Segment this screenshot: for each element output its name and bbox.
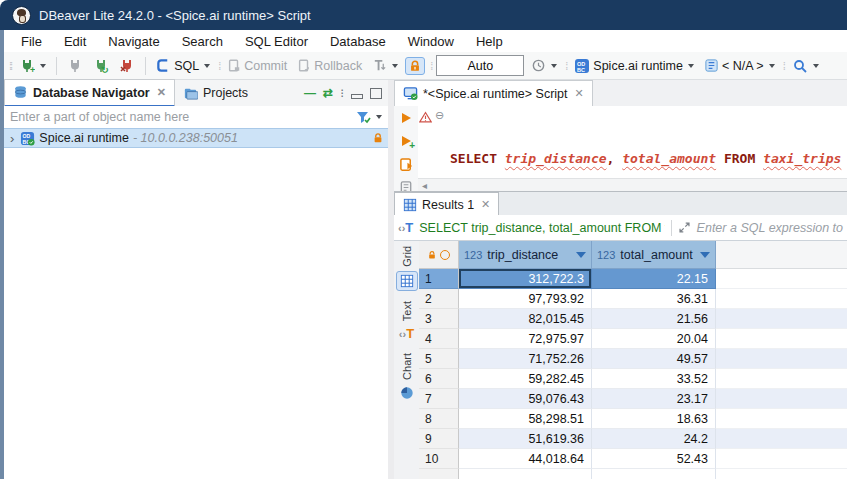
grid-cell[interactable]: 36.31 [592, 289, 716, 309]
presentation-label-text[interactable]: Text [401, 301, 413, 321]
table-row[interactable]: 951,619.3624.2 [419, 429, 847, 449]
data-grid[interactable]: 123trip_distance123total_amount 1312,722… [419, 241, 847, 479]
row-number-cell[interactable]: 8 [419, 409, 459, 429]
sort-filter-icon[interactable] [576, 252, 586, 258]
presentation-label-chart[interactable]: Chart [401, 353, 413, 380]
table-row[interactable]: 659,282.4533.52 [419, 369, 847, 389]
text-presentation-icon[interactable]: ‹›T [397, 325, 417, 343]
filter-input-placeholder[interactable]: Enter a SQL expression to [697, 221, 843, 235]
presentation-label-grid[interactable]: Grid [401, 246, 413, 267]
grid-cell[interactable]: 23.17 [592, 389, 716, 409]
row-number-cell[interactable]: 10 [419, 449, 459, 469]
commit-mode-combo[interactable]: Auto [436, 55, 524, 76]
grid-cell[interactable]: 59,282.45 [459, 369, 592, 389]
grid-cell[interactable]: 71,752.26 [459, 349, 592, 369]
grid-cell[interactable]: 49.57 [592, 349, 716, 369]
row-number-cell[interactable]: 4 [419, 329, 459, 349]
sql-line-1[interactable]: SELECT trip_distance, total_amount FROM … [447, 148, 847, 169]
table-row[interactable]: 759,076.4323.17 [419, 389, 847, 409]
expand-panel-icon[interactable] [678, 221, 691, 234]
grid-cell[interactable]: 59,076.43 [459, 389, 592, 409]
column-header-total_amount[interactable]: 123total_amount [592, 241, 716, 269]
menu-sql-editor[interactable]: SQL Editor [234, 32, 319, 51]
grid-cell[interactable]: 22.15 [592, 269, 716, 289]
commit-button[interactable]: Commit [224, 56, 290, 75]
chevron-right-icon[interactable]: › [10, 131, 14, 146]
grid-presentation-icon[interactable] [396, 271, 418, 291]
table-row[interactable]: 472,975.9720.04 [419, 329, 847, 349]
menu-navigate[interactable]: Navigate [97, 32, 170, 51]
tab-results-1[interactable]: Results 1 ✕ [394, 192, 499, 216]
new-connection-button[interactable]: + [16, 56, 49, 76]
disconnect-button[interactable] [116, 56, 138, 76]
scroll-left-icon[interactable]: ◂ [422, 180, 427, 191]
object-filter-input[interactable] [4, 110, 355, 124]
link-with-editor-icon[interactable]: ⇄ [323, 86, 333, 100]
grid-cell[interactable]: 312,722.3 [459, 269, 592, 289]
grid-cell[interactable]: 21.56 [592, 309, 716, 329]
grid-cell[interactable]: 97,793.92 [459, 289, 592, 309]
transaction-log-button[interactable] [528, 56, 560, 75]
row-number-cell[interactable]: 1 [419, 269, 459, 289]
table-row[interactable]: 858,298.5118.63 [419, 409, 847, 429]
table-row[interactable]: 382,015.4521.56 [419, 309, 847, 329]
editor-horizontal-scrollbar[interactable]: ◂ [418, 178, 847, 191]
row-number-cell[interactable]: 9 [419, 429, 459, 449]
connection-tree-item[interactable]: › ODBC Spice.ai runtime - 10.0.0.238:500… [4, 128, 388, 148]
menu-edit[interactable]: Edit [53, 32, 97, 51]
rollback-button[interactable]: Rollback [294, 56, 365, 75]
reconnect-button[interactable]: ↻ [90, 56, 112, 76]
grid-cell[interactable]: 58,298.51 [459, 409, 592, 429]
grid-cell[interactable]: 24.2 [592, 429, 716, 449]
menu-help[interactable]: Help [465, 32, 514, 51]
connect-button[interactable] [64, 56, 86, 76]
transaction-mode-button[interactable] [369, 56, 401, 75]
active-catalog-selector[interactable]: < N/A > [701, 56, 778, 75]
menu-search[interactable]: Search [171, 32, 234, 51]
chart-presentation-icon[interactable] [397, 384, 417, 402]
view-menu-icon[interactable]: ⁝ [340, 86, 344, 100]
menu-window[interactable]: Window [397, 32, 465, 51]
row-number-cell[interactable]: 7 [419, 389, 459, 409]
grid-cell[interactable]: 33.52 [592, 369, 716, 389]
menu-file[interactable]: File [10, 32, 53, 51]
menu-database[interactable]: Database [319, 32, 397, 51]
table-row[interactable]: 571,752.2649.57 [419, 349, 847, 369]
execute-script-button[interactable] [398, 156, 414, 172]
results-filter-bar[interactable]: ‹›T SELECT trip_distance, total_amount F… [394, 215, 847, 241]
collapse-all-icon[interactable]: — [304, 86, 316, 100]
minimize-view-icon[interactable] [351, 94, 363, 99]
filter-funnel-icon[interactable] [355, 109, 372, 125]
sql-editor-button[interactable]: SQL [153, 56, 213, 75]
column-header-trip_distance[interactable]: 123trip_distance [459, 241, 592, 269]
tab-sql-script[interactable]: *<Spice.ai runtime> Script ✕ [394, 80, 593, 106]
row-number-cell[interactable]: 5 [419, 349, 459, 369]
search-button[interactable] [789, 56, 822, 76]
grid-cell[interactable]: 20.04 [592, 329, 716, 349]
grid-cell[interactable]: 44,018.64 [459, 449, 592, 469]
close-icon[interactable]: ✕ [481, 198, 490, 211]
table-row[interactable]: 297,793.9236.31 [419, 289, 847, 309]
active-connection-selector[interactable]: ODBC Spice.ai runtime [571, 56, 697, 76]
row-number-cell[interactable]: 3 [419, 309, 459, 329]
table-row[interactable]: 1044,018.6452.43 [419, 449, 847, 469]
grid-cell[interactable]: 82,015.45 [459, 309, 592, 329]
grid-cell[interactable]: 52.43 [592, 449, 716, 469]
sql-code[interactable]: SELECT trip_distance, total_amount FROM … [447, 106, 847, 178]
maximize-view-icon[interactable] [370, 88, 382, 99]
row-number-cell[interactable]: 6 [419, 369, 459, 389]
connection-lock-toggle[interactable] [405, 57, 425, 75]
chevron-down-icon[interactable] [376, 115, 382, 119]
close-icon[interactable]: ✕ [157, 86, 166, 99]
sort-filter-icon[interactable] [700, 252, 710, 258]
row-number-cell[interactable]: 2 [419, 289, 459, 309]
execute-new-tab-button[interactable]: + [398, 133, 414, 149]
grid-cell[interactable]: 72,975.97 [459, 329, 592, 349]
close-icon[interactable]: ✕ [575, 87, 584, 100]
grid-cell[interactable]: 18.63 [592, 409, 716, 429]
tab-projects[interactable]: Projects [175, 81, 256, 106]
tab-database-navigator[interactable]: Database Navigator ✕ [4, 79, 175, 107]
execute-statement-button[interactable] [398, 110, 414, 126]
fold-margin[interactable]: ⊖ [434, 106, 447, 178]
grid-corner-cell[interactable] [419, 241, 459, 269]
